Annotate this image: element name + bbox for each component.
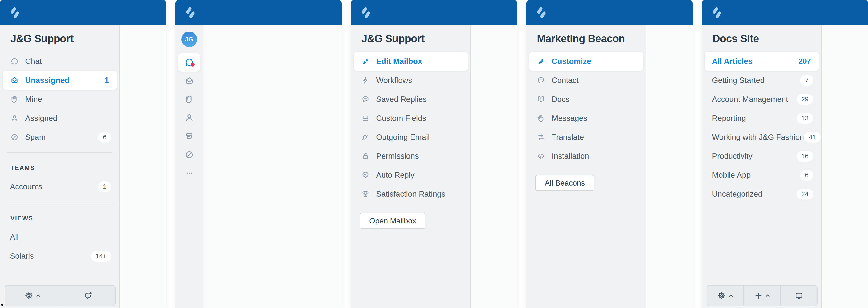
sidebar-item-contact[interactable]: Contact: [529, 71, 643, 90]
sidebar-item-permissions[interactable]: Permissions: [354, 147, 468, 166]
sidebar-item-customize[interactable]: Customize: [529, 52, 643, 71]
code-brackets-icon: [537, 152, 545, 160]
rail-item-archive[interactable]: [178, 127, 200, 145]
sidebar-item-all[interactable]: All: [3, 228, 117, 247]
waving-hand-icon: [537, 114, 545, 122]
sidebar-item-label: Spam: [25, 133, 98, 142]
helpscout-logo-icon[interactable]: [10, 7, 20, 18]
helpscout-logo-icon[interactable]: [185, 7, 195, 18]
helpscout-logo-icon[interactable]: [536, 7, 547, 18]
sidebar-item-all-articles[interactable]: All Articles 207: [705, 52, 819, 71]
sidebar-item-uncategorized[interactable]: Uncategorized 24: [705, 184, 819, 204]
add-article-button[interactable]: [743, 286, 780, 306]
sidebar-item-unassigned[interactable]: Unassigned 1: [3, 71, 117, 90]
plus-icon: [754, 292, 763, 300]
app-topbar: [0, 0, 166, 25]
sidebar-item-reporting[interactable]: Reporting 13: [705, 109, 819, 128]
swap-arrows-icon: [537, 133, 545, 141]
mailbox-title: J&G Support: [0, 25, 119, 52]
sidebar-item-workflows[interactable]: Workflows: [354, 71, 468, 90]
ban-circle-icon: [10, 133, 19, 141]
sidebar-item-installation[interactable]: Installation: [529, 147, 643, 166]
lightning-bolt-icon: [362, 76, 370, 84]
unread-count: 1: [105, 76, 109, 84]
sidebar-item-translate[interactable]: Translate: [529, 128, 643, 147]
sidebar-item-label: Mine: [25, 95, 111, 104]
content-area: [120, 25, 166, 308]
sidebar-item-assigned[interactable]: Assigned: [3, 109, 117, 128]
beacon-sidebar: Marketing Beacon Customize Contact Docs …: [526, 25, 646, 308]
sidebar-item-outgoing-email[interactable]: Outgoing Email: [354, 128, 468, 147]
gear-icon: [25, 292, 33, 300]
sidebar-item-label: Unassigned: [25, 76, 105, 85]
sidebar-item-label: Solaris: [10, 251, 91, 261]
rail-item-unassigned[interactable]: [178, 72, 200, 90]
sidebar-item-label: Assigned: [25, 114, 111, 123]
mouse-cursor: [0, 303, 6, 308]
count-badge: 29: [797, 94, 813, 105]
helpscout-logo-icon[interactable]: [361, 7, 371, 18]
sidebar-item-spam[interactable]: Spam 6: [3, 128, 117, 147]
new-conversation-button[interactable]: [60, 286, 115, 306]
helpscout-logo-icon[interactable]: [712, 7, 722, 18]
beacon-title: Marketing Beacon: [526, 25, 646, 52]
sidebar-item-auto-reply[interactable]: Auto Reply: [354, 166, 468, 184]
sidebar-item-label: Translate: [552, 133, 638, 142]
sidebar-item-saved-replies[interactable]: Saved Replies: [354, 90, 468, 109]
sidebar-item-docs[interactable]: Docs: [529, 90, 643, 109]
envelope-open-icon: [10, 76, 19, 84]
sidebar-item-getting-started[interactable]: Getting Started 7: [705, 71, 819, 90]
count-badge: 16: [797, 151, 813, 162]
sidebar-item-custom-fields[interactable]: Custom Fields: [354, 109, 468, 128]
sidebar-item-edit-mailbox[interactable]: Edit Mailbox: [354, 52, 468, 71]
sidebar-item-label: Account Management: [712, 95, 797, 104]
sidebar-item-satisfaction-ratings[interactable]: Satisfaction Ratings: [354, 184, 468, 204]
all-beacons-button[interactable]: All Beacons: [535, 175, 594, 191]
app-topbar: [702, 0, 868, 25]
sidebar-item-mobile-app[interactable]: Mobile App 6: [705, 166, 819, 184]
rail-item-mine[interactable]: [178, 90, 200, 108]
chevron-up-icon: [36, 293, 41, 298]
count-badge: 14+: [91, 251, 111, 262]
content-area: [822, 25, 868, 308]
sidebar-item-label: Working with J&G Fashion: [712, 133, 804, 142]
sidebar-item-mine[interactable]: Mine: [3, 90, 117, 109]
ellipsis-icon: [185, 169, 194, 178]
sidebar-footer-buttons: [5, 285, 116, 306]
sidebar-item-label: Customize: [552, 57, 638, 66]
sidebar-item-chat[interactable]: Chat: [3, 52, 117, 71]
sidebar-item-solaris[interactable]: Solaris 14+: [3, 247, 117, 266]
views-section-heading: VIEWS: [0, 209, 119, 228]
gear-icon: [717, 292, 726, 300]
docs-categories-panel: Docs Site All Articles 207 Getting Start…: [702, 0, 868, 308]
sidebar-item-working-with-jg-fashion[interactable]: Working with J&G Fashion 41: [705, 128, 819, 147]
rail-item-spam[interactable]: [178, 145, 200, 164]
sidebar-item-account-management[interactable]: Account Management 29: [705, 90, 819, 109]
sidebar-item-label: Workflows: [376, 76, 462, 85]
pencil-icon: [537, 57, 545, 65]
sidebar-item-label: Chat: [25, 57, 111, 66]
sidebar-item-productivity[interactable]: Productivity 16: [705, 147, 819, 166]
rail-item-more[interactable]: [178, 164, 200, 182]
content-area: [204, 25, 342, 308]
sidebar-item-messages[interactable]: Messages: [529, 109, 643, 128]
mailbox-settings-button[interactable]: [5, 286, 60, 306]
hand-icon: [185, 95, 194, 104]
hand-icon: [10, 95, 19, 103]
sidebar-item-label: Messages: [552, 114, 638, 123]
route-path-icon: [362, 133, 370, 141]
sidebar-item-accounts[interactable]: Accounts 1: [3, 177, 117, 196]
rail-item-assigned[interactable]: [178, 108, 200, 127]
sidebar-item-label: All: [10, 233, 111, 242]
chevron-up-icon: [765, 293, 770, 298]
archive-box-icon: [185, 132, 194, 141]
docs-settings-button[interactable]: [707, 286, 743, 306]
open-mailbox-button[interactable]: Open Mailbox: [360, 213, 426, 229]
sidebar-item-label: All Articles: [712, 57, 799, 66]
user-avatar[interactable]: JG: [181, 32, 197, 47]
view-site-button[interactable]: [780, 286, 817, 306]
pencil-icon: [362, 57, 370, 65]
chevron-up-icon: [728, 293, 734, 298]
rail-item-chat[interactable]: [178, 53, 200, 72]
beacon-settings-panel: Marketing Beacon Customize Contact Docs …: [526, 0, 692, 308]
